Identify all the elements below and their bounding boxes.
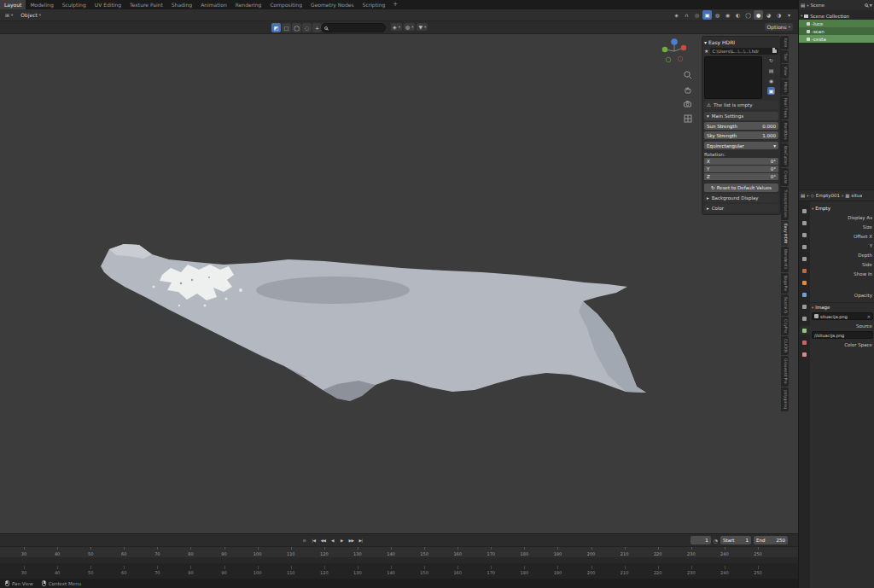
viewport-search[interactable] [321, 23, 386, 32]
jump-to-start-button[interactable]: |◀ [310, 536, 318, 544]
favorite-star-icon[interactable]: ★ [704, 48, 708, 54]
jump-to-end-button[interactable]: ▶| [357, 536, 364, 544]
color-panel-header[interactable]: ▸ Color [704, 204, 778, 212]
tweak-tool[interactable]: ◩ [271, 23, 281, 32]
image-path-field[interactable]: //situacija.png [812, 331, 873, 339]
workspace-tab-uv-editing[interactable]: UV Editing [90, 0, 125, 9]
sidebar-tab-clickr[interactable]: CLICKR [781, 336, 789, 355]
easy-hdri-panel-header[interactable]: ▾ Easy HDRI [704, 38, 778, 46]
frame-end-field[interactable]: End 250 [754, 536, 788, 544]
workspace-tab-scripting[interactable]: Scripting [358, 0, 390, 9]
sidebar-tab-tool[interactable]: Tool [781, 50, 789, 63]
workspace-tab-modeling[interactable]: Modeling [26, 0, 57, 9]
unlink-image-button[interactable]: × [866, 314, 871, 319]
breadcrumb-object[interactable]: Empty001 [816, 193, 840, 198]
mode-dropdown[interactable]: Object ▾ [18, 11, 44, 19]
properties-tab-constraints[interactable] [800, 314, 810, 323]
timeline-ruler[interactable]: 3040506070809010011012013014015016017018… [0, 547, 798, 557]
caret-down-icon[interactable]: ▾ [801, 14, 802, 18]
sidebar-tab-polygoniq[interactable]: polygoniq [781, 387, 789, 411]
editor-type-button[interactable]: ⊞ ▾ [3, 11, 15, 19]
filter-dropdown[interactable]: ▼▾ [417, 23, 428, 31]
zoom-icon[interactable] [683, 70, 693, 80]
properties-tab-modifiers[interactable] [800, 290, 810, 299]
workspace-tab-shading[interactable]: Shading [167, 0, 196, 9]
outliner-item-cesta[interactable]: -cesta [799, 35, 874, 43]
visibility-dropdown[interactable]: ◈▾ [391, 23, 402, 31]
shading-rendered-icon[interactable]: ◑ [774, 10, 784, 20]
properties-tab-texture[interactable] [800, 338, 810, 346]
background-display-header[interactable]: ▸ Background Display [704, 194, 778, 202]
select-box-tool[interactable]: □ [282, 23, 291, 32]
outliner-filter-icon[interactable]: ▼ [870, 3, 872, 8]
previous-keyframe-button[interactable]: ◀◀ [319, 536, 327, 544]
3d-viewport[interactable]: ▾ Easy HDRI ★ C:\Users\L...\...\...\.hdr… [0, 34, 798, 533]
workspace-tab-texture-paint[interactable]: Texture Paint [125, 0, 167, 9]
sidebar-tab-scatter5[interactable]: Scatter5 [781, 294, 789, 316]
projection-dropdown[interactable]: Equirectangular ▾ [704, 142, 778, 149]
outliner-item-scan[interactable]: -scan [799, 27, 874, 35]
properties-tab-tool[interactable] [800, 207, 810, 215]
proportional-editing-icon[interactable]: ◎ [692, 10, 702, 20]
hdri-filepath-field[interactable]: C:\Users\L...\...\...\.hdr [710, 48, 778, 55]
workspace-tab-sculpting[interactable]: Sculpting [58, 0, 90, 9]
empty-panel-header[interactable]: ▾ Empty [812, 204, 873, 212]
sidebar-tab-create[interactable]: Create [781, 168, 789, 186]
properties-tab-render[interactable] [800, 218, 810, 227]
folder-browse-icon[interactable] [772, 49, 777, 53]
move-hand-icon[interactable] [683, 84, 693, 95]
shading-solid-icon[interactable]: ● [754, 10, 763, 20]
snap-toggle-icon[interactable]: ▣ [702, 10, 712, 20]
sidebar-tab-real-trees[interactable]: Real Trees [781, 96, 789, 120]
properties-tab-material[interactable] [800, 350, 810, 358]
shading-wireframe-icon[interactable]: ◯ [743, 10, 753, 20]
sidebar-tab-view[interactable]: View [781, 64, 789, 79]
properties-editor-icon[interactable]: ▤ [801, 193, 805, 198]
image-datablock-field[interactable]: situacija.png × [812, 312, 873, 320]
sun-strength-slider[interactable]: Sun Strength 0.000 [704, 122, 778, 130]
sidebar-tab-hardops[interactable]: HardOps [781, 120, 789, 143]
image-panel-header[interactable]: ▾ Image [812, 303, 873, 311]
outliner-item-luce[interactable]: -luce [799, 20, 874, 27]
snapping-icon[interactable]: ∩ [682, 10, 691, 20]
reset-defaults-button[interactable]: ↻ Reset to Default Values [704, 183, 778, 192]
workspace-tab-layout[interactable]: Layout [0, 0, 26, 9]
select-lasso-tool[interactable]: ◌ [302, 23, 312, 32]
sidebar-tab-mesh[interactable]: Mesh [781, 79, 789, 95]
timeline-channel-area[interactable] [0, 557, 798, 563]
sidebar-tab-graswald-pro[interactable]: Graswald Pro [781, 356, 789, 387]
workspace-tab-compositing[interactable]: Compositing [265, 0, 306, 9]
sky-strength-slider[interactable]: Sky Strength 1.000 [704, 131, 778, 139]
shading-options-icon[interactable]: ▾ [784, 10, 794, 20]
options-dropdown[interactable]: Options ▾ [765, 23, 793, 31]
gizmos-icon[interactable]: ◍ [713, 10, 722, 20]
orthographic-grid-icon[interactable] [683, 114, 693, 124]
outliner-editor-icon[interactable]: ▤ [801, 3, 805, 8]
outliner-search-icon[interactable] [865, 3, 868, 7]
properties-tab-view-layer[interactable] [800, 242, 810, 251]
breadcrumb-data[interactable]: situacija.png [851, 193, 862, 198]
timeline-ruler-secondary[interactable]: 3040506070809010011012013014015016017018… [0, 563, 798, 579]
sidebar-tab-boxcutter[interactable]: BoxCutter [781, 143, 789, 168]
sidebar-tab-citypro[interactable]: CityPro [781, 317, 789, 335]
transform-orientation-icon[interactable]: ◈ [672, 10, 681, 20]
sidebar-tab-transportation[interactable]: Transportation [781, 187, 789, 220]
search-input[interactable] [329, 25, 382, 31]
workspace-tab-geometry-nodes[interactable]: Geometry Nodes [306, 0, 358, 9]
sidebar-tab-item[interactable]: Item [781, 36, 789, 49]
auto-keying-button[interactable]: ⊙ [300, 536, 308, 544]
add-workspace-button[interactable]: + [389, 0, 401, 9]
main-settings-header[interactable]: ▾ Main Settings [704, 112, 778, 120]
next-keyframe-button[interactable]: ▶▶ [347, 536, 355, 544]
rotation-z-field[interactable]: Z 0° [704, 173, 778, 180]
properties-tab-world[interactable] [800, 266, 810, 275]
viewport-navigation-gizmo[interactable] [659, 36, 690, 67]
workspace-tab-animation[interactable]: Animation [196, 0, 231, 9]
outliner-display-mode[interactable]: Scene [810, 3, 824, 8]
outliner-item-scene-collection[interactable]: ▾ Scene Collection [799, 12, 874, 20]
refresh-icon[interactable]: ↻ [767, 56, 775, 64]
properties-tab-physics[interactable] [800, 302, 810, 311]
properties-tab-object[interactable] [800, 278, 810, 287]
properties-tab-object-data[interactable] [800, 326, 810, 335]
workspace-tab-rendering[interactable]: Rendering [231, 0, 266, 9]
